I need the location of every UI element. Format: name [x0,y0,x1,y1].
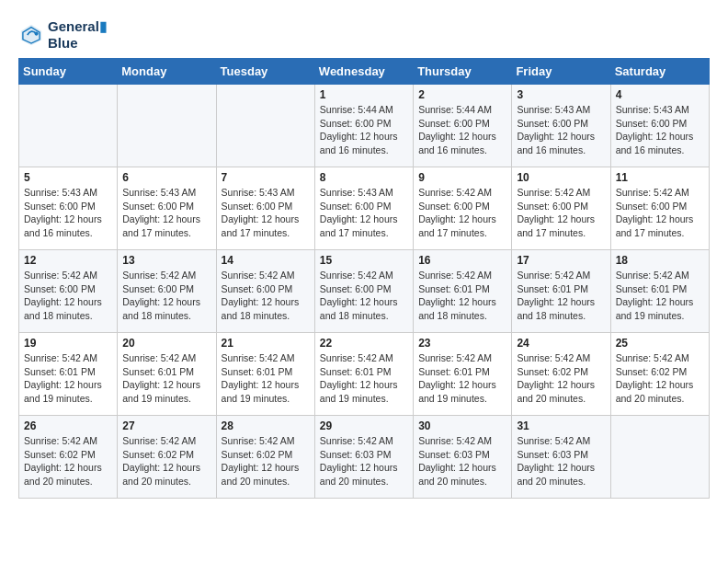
day-cell: 9Sunrise: 5:42 AM Sunset: 6:00 PM Daylig… [414,167,512,250]
day-cell: 28Sunrise: 5:42 AM Sunset: 6:02 PM Dayli… [216,416,314,499]
day-info: Sunrise: 5:42 AM Sunset: 6:03 PM Dayligh… [418,434,506,488]
day-info: Sunrise: 5:42 AM Sunset: 6:01 PM Dayligh… [222,351,310,406]
day-number: 19 [24,337,112,350]
day-number: 18 [616,254,704,267]
day-info: Sunrise: 5:43 AM Sunset: 6:00 PM Dayligh… [122,186,210,240]
week-row-1: 1Sunrise: 5:44 AM Sunset: 6:00 PM Daylig… [19,85,710,167]
day-number: 4 [616,88,704,101]
day-cell: 22Sunrise: 5:42 AM Sunset: 6:01 PM Dayli… [314,333,413,416]
week-row-4: 19Sunrise: 5:42 AM Sunset: 6:01 PM Dayli… [19,333,710,416]
day-cell [610,416,709,499]
day-number: 25 [616,337,704,350]
day-info: Sunrise: 5:42 AM Sunset: 6:00 PM Dayligh… [24,269,112,323]
day-cell: 10Sunrise: 5:42 AM Sunset: 6:00 PM Dayli… [512,167,610,250]
week-row-3: 12Sunrise: 5:42 AM Sunset: 6:00 PM Dayli… [19,250,710,333]
day-info: Sunrise: 5:42 AM Sunset: 6:01 PM Dayligh… [24,351,112,406]
header-row: SundayMondayTuesdayWednesdayThursdayFrid… [19,59,710,85]
col-header-wednesday: Wednesday [314,59,413,85]
day-info: Sunrise: 5:42 AM Sunset: 6:02 PM Dayligh… [24,434,112,488]
day-number: 2 [418,88,506,101]
day-cell: 15Sunrise: 5:42 AM Sunset: 6:00 PM Dayli… [314,250,413,333]
day-number: 9 [418,171,506,184]
day-info: Sunrise: 5:42 AM Sunset: 6:01 PM Dayligh… [320,351,408,406]
day-number: 5 [24,171,112,184]
day-number: 15 [320,254,408,267]
day-number: 22 [320,337,408,350]
col-header-sunday: Sunday [19,59,118,85]
day-info: Sunrise: 5:42 AM Sunset: 6:00 PM Dayligh… [517,186,605,240]
day-number: 14 [222,254,310,267]
day-cell: 1Sunrise: 5:44 AM Sunset: 6:00 PM Daylig… [314,85,413,167]
day-number: 31 [517,419,605,432]
logo: General▮ Blue [18,18,107,51]
col-header-thursday: Thursday [414,59,512,85]
day-cell: 4Sunrise: 5:43 AM Sunset: 6:00 PM Daylig… [610,85,709,167]
day-info: Sunrise: 5:42 AM Sunset: 6:03 PM Dayligh… [320,434,408,488]
day-info: Sunrise: 5:42 AM Sunset: 6:00 PM Dayligh… [616,186,704,240]
day-cell: 24Sunrise: 5:42 AM Sunset: 6:02 PM Dayli… [512,333,610,416]
day-info: Sunrise: 5:42 AM Sunset: 6:00 PM Dayligh… [418,186,506,240]
day-info: Sunrise: 5:42 AM Sunset: 6:03 PM Dayligh… [517,434,605,488]
svg-point-2 [35,31,39,35]
day-number: 17 [517,254,605,267]
col-header-monday: Monday [118,59,216,85]
day-info: Sunrise: 5:43 AM Sunset: 6:00 PM Dayligh… [24,186,112,240]
day-cell: 12Sunrise: 5:42 AM Sunset: 6:00 PM Dayli… [19,250,118,333]
day-cell: 20Sunrise: 5:42 AM Sunset: 6:01 PM Dayli… [118,333,216,416]
day-number: 11 [616,171,704,184]
day-info: Sunrise: 5:42 AM Sunset: 6:00 PM Dayligh… [122,269,210,323]
day-info: Sunrise: 5:42 AM Sunset: 6:02 PM Dayligh… [517,351,605,406]
logo-icon [18,22,44,48]
day-number: 10 [517,171,605,184]
calendar-table: SundayMondayTuesdayWednesdayThursdayFrid… [18,58,710,499]
day-cell [19,85,118,167]
day-cell: 2Sunrise: 5:44 AM Sunset: 6:00 PM Daylig… [414,85,512,167]
day-cell: 26Sunrise: 5:42 AM Sunset: 6:02 PM Dayli… [19,416,118,499]
day-number: 13 [122,254,210,267]
day-cell: 27Sunrise: 5:42 AM Sunset: 6:02 PM Dayli… [118,416,216,499]
day-cell: 18Sunrise: 5:42 AM Sunset: 6:01 PM Dayli… [610,250,709,333]
day-number: 16 [418,254,506,267]
day-info: Sunrise: 5:42 AM Sunset: 6:00 PM Dayligh… [320,269,408,323]
day-number: 6 [122,171,210,184]
day-cell: 6Sunrise: 5:43 AM Sunset: 6:00 PM Daylig… [118,167,216,250]
day-cell: 21Sunrise: 5:42 AM Sunset: 6:01 PM Dayli… [216,333,314,416]
day-number: 27 [122,419,210,432]
day-info: Sunrise: 5:42 AM Sunset: 6:02 PM Dayligh… [222,434,310,488]
day-cell: 30Sunrise: 5:42 AM Sunset: 6:03 PM Dayli… [414,416,512,499]
col-header-saturday: Saturday [610,59,709,85]
day-info: Sunrise: 5:42 AM Sunset: 6:01 PM Dayligh… [418,269,506,323]
day-number: 7 [222,171,310,184]
day-cell: 23Sunrise: 5:42 AM Sunset: 6:01 PM Dayli… [414,333,512,416]
day-number: 23 [418,337,506,350]
day-number: 29 [320,419,408,432]
calendar-header: SundayMondayTuesdayWednesdayThursdayFrid… [19,59,710,85]
day-cell: 19Sunrise: 5:42 AM Sunset: 6:01 PM Dayli… [19,333,118,416]
day-info: Sunrise: 5:42 AM Sunset: 6:02 PM Dayligh… [616,351,704,406]
day-number: 21 [222,337,310,350]
col-header-tuesday: Tuesday [216,59,314,85]
day-info: Sunrise: 5:42 AM Sunset: 6:01 PM Dayligh… [122,351,210,406]
calendar-body: 1Sunrise: 5:44 AM Sunset: 6:00 PM Daylig… [19,85,710,499]
day-cell: 13Sunrise: 5:42 AM Sunset: 6:00 PM Dayli… [118,250,216,333]
day-info: Sunrise: 5:42 AM Sunset: 6:01 PM Dayligh… [616,269,704,323]
day-cell: 8Sunrise: 5:43 AM Sunset: 6:00 PM Daylig… [314,167,413,250]
day-number: 24 [517,337,605,350]
day-info: Sunrise: 5:42 AM Sunset: 6:00 PM Dayligh… [222,269,310,323]
day-number: 26 [24,419,112,432]
day-info: Sunrise: 5:42 AM Sunset: 6:02 PM Dayligh… [122,434,210,488]
day-info: Sunrise: 5:44 AM Sunset: 6:00 PM Dayligh… [418,103,506,157]
day-cell: 25Sunrise: 5:42 AM Sunset: 6:02 PM Dayli… [610,333,709,416]
day-number: 8 [320,171,408,184]
day-number: 20 [122,337,210,350]
day-number: 30 [418,419,506,432]
day-cell [118,85,216,167]
day-info: Sunrise: 5:42 AM Sunset: 6:01 PM Dayligh… [418,351,506,406]
col-header-friday: Friday [512,59,610,85]
day-number: 3 [517,88,605,101]
day-cell: 14Sunrise: 5:42 AM Sunset: 6:00 PM Dayli… [216,250,314,333]
day-cell: 17Sunrise: 5:42 AM Sunset: 6:01 PM Dayli… [512,250,610,333]
day-cell [216,85,314,167]
day-info: Sunrise: 5:43 AM Sunset: 6:00 PM Dayligh… [616,103,704,157]
day-cell: 11Sunrise: 5:42 AM Sunset: 6:00 PM Dayli… [610,167,709,250]
